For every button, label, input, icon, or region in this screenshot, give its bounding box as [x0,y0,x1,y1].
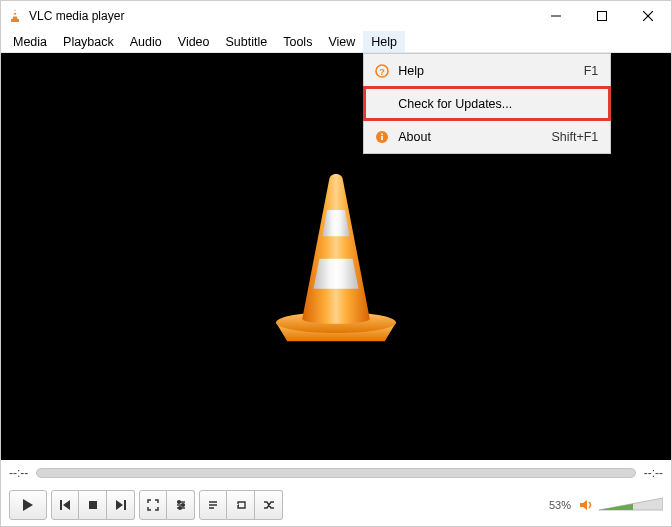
vlc-cone-icon [261,165,411,349]
help-menu-item-label: Help [398,64,583,78]
help-menu-item-about[interactable]: About Shift+F1 [364,120,610,153]
volume-slider[interactable] [599,496,663,514]
menu-audio[interactable]: Audio [122,31,170,52]
playlist-button[interactable] [199,490,227,520]
vlc-logo-icon [7,8,23,24]
help-menu-item-label: About [398,130,551,144]
misc-group [199,490,283,520]
elapsed-time[interactable]: --:-- [9,466,28,480]
menu-subtitle[interactable]: Subtitle [218,31,276,52]
menu-help[interactable]: Help ? Help F1 Check for Updates... Abou… [363,31,405,52]
info-icon [372,130,392,144]
svg-rect-2 [598,12,607,21]
bottom-panel: --:-- --:-- 53% [1,460,671,526]
help-menu-item-help[interactable]: ? Help F1 [364,54,610,87]
svg-text:?: ? [380,66,386,76]
title-bar: VLC media player [1,1,671,31]
svg-line-3 [643,11,653,21]
total-time[interactable]: --:-- [644,466,663,480]
fullscreen-button[interactable] [139,490,167,520]
extended-settings-button[interactable] [167,490,195,520]
view-group [139,490,195,520]
help-menu-item-label: Check for Updates... [398,97,598,111]
svg-rect-11 [60,500,62,510]
svg-point-17 [177,501,180,504]
svg-point-18 [181,504,184,507]
menu-tools[interactable]: Tools [275,31,320,52]
stop-button[interactable] [79,490,107,520]
volume-percent: 53% [549,499,571,511]
menu-bar: Media Playback Audio Video Subtitle Tool… [1,31,671,53]
menu-playback[interactable]: Playback [55,31,122,52]
svg-rect-8 [381,136,383,140]
menu-media[interactable]: Media [5,31,55,52]
menu-help-label: Help [371,35,397,49]
svg-point-19 [178,507,181,510]
svg-rect-9 [381,133,383,135]
menu-view[interactable]: View [320,31,363,52]
volume-control: 53% [549,496,663,514]
time-row: --:-- --:-- [9,464,663,482]
previous-button[interactable] [51,490,79,520]
help-menu-item-accel: Shift+F1 [551,130,598,144]
window-title: VLC media player [29,9,124,23]
close-button[interactable] [625,1,671,31]
svg-line-4 [643,11,653,21]
seek-slider[interactable] [36,468,635,478]
help-menu-item-check-updates[interactable]: Check for Updates... [364,87,610,120]
play-button[interactable] [9,490,47,520]
help-menu-item-accel: F1 [584,64,599,78]
speaker-icon[interactable] [579,498,595,512]
maximize-button[interactable] [579,1,625,31]
help-icon: ? [372,64,392,78]
svg-rect-13 [124,500,126,510]
playback-group [51,490,135,520]
svg-rect-0 [11,19,19,22]
controls-row: 53% [9,490,663,520]
menu-video[interactable]: Video [170,31,218,52]
svg-rect-12 [89,501,97,509]
next-button[interactable] [107,490,135,520]
shuffle-button[interactable] [255,490,283,520]
window-controls [533,1,671,31]
help-dropdown: ? Help F1 Check for Updates... About Shi… [363,53,611,154]
loop-button[interactable] [227,490,255,520]
minimize-button[interactable] [533,1,579,31]
